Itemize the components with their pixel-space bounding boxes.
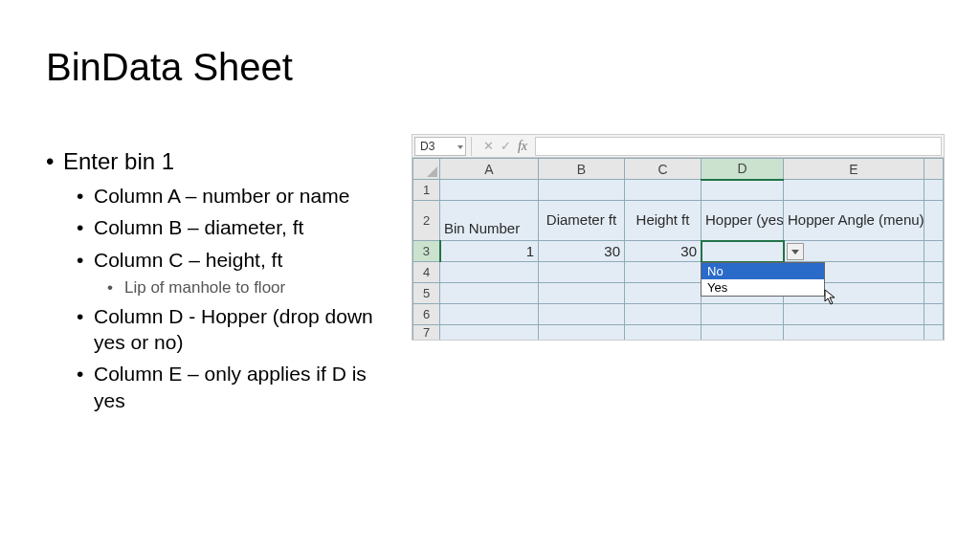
cell-a3[interactable]: 1 — [440, 241, 539, 262]
cell-a2[interactable]: Bin Number — [440, 201, 539, 241]
cell-value: 30 — [625, 241, 701, 261]
bullet-level2: •Column E – only applies if D is yes — [77, 361, 386, 413]
cell-value — [702, 250, 783, 253]
cell-c1[interactable] — [625, 180, 702, 201]
cell-value: 30 — [539, 241, 624, 261]
cell-e7[interactable] — [784, 325, 924, 341]
bullet-level3: •Lip of manhole to floor — [107, 278, 386, 298]
cell-a6[interactable] — [440, 304, 539, 325]
cell-e2[interactable]: Hopper Angle (menu) — [784, 201, 924, 241]
formula-bar[interactable] — [535, 137, 942, 156]
cell-value — [784, 250, 924, 253]
cell-c2[interactable]: Height ft — [625, 201, 702, 241]
fx-icon[interactable]: fx — [514, 137, 531, 156]
cell-e6[interactable] — [784, 304, 924, 325]
bullet-text: Column A – number or name — [94, 183, 349, 209]
cell-f2[interactable] — [924, 201, 944, 241]
bullet-text: Column C – height, ft — [94, 247, 282, 273]
cell-c4[interactable] — [625, 262, 702, 283]
cell-d1[interactable] — [702, 180, 784, 201]
col-header-c[interactable]: C — [625, 159, 702, 180]
bullet-text: Column B – diameter, ft — [94, 214, 303, 240]
bullet-text: Lip of manhole to floor — [124, 278, 285, 298]
cell-value: Hopper (yes/no) — [702, 210, 783, 231]
cell-d3[interactable]: No Yes — [702, 241, 784, 262]
cell-f7[interactable] — [924, 325, 944, 341]
cell-f5[interactable] — [924, 283, 944, 304]
col-header-d[interactable]: D — [702, 159, 784, 180]
cell-b3[interactable]: 30 — [539, 241, 625, 262]
cell-d6[interactable] — [702, 304, 784, 325]
cell-value: Height ft — [625, 210, 701, 231]
cell-a7[interactable] — [440, 325, 539, 341]
bullet-level2: •Column D - Hopper (drop down yes or no) — [77, 303, 386, 356]
cell-c5[interactable] — [625, 283, 702, 304]
bullet-level2: •Column B – diameter, ft — [77, 214, 386, 240]
slide-title: BinData Sheet — [46, 46, 293, 89]
dropdown-list: No Yes — [701, 262, 825, 297]
chevron-down-icon[interactable] — [457, 145, 463, 149]
cell-b6[interactable] — [539, 304, 625, 325]
cell-b1[interactable] — [539, 180, 625, 201]
cell-b7[interactable] — [539, 325, 625, 341]
enter-icon[interactable]: ✓ — [497, 137, 514, 156]
cell-f4[interactable] — [924, 262, 944, 283]
row-header-1[interactable]: 1 — [413, 180, 440, 201]
bullet-level2: •Column C – height, ft — [77, 247, 386, 273]
bullet-level1: •Enter bin 1 — [46, 148, 386, 175]
row-header-4[interactable]: 4 — [413, 262, 440, 283]
cell-value: Hopper Angle (menu) — [784, 210, 924, 231]
separator — [471, 137, 477, 156]
cell-c3[interactable]: 30 — [625, 241, 702, 262]
slide: BinData Sheet •Enter bin 1 •Column A – n… — [0, 0, 980, 551]
cancel-icon[interactable]: ✕ — [479, 137, 497, 156]
cell-f6[interactable] — [924, 304, 944, 325]
cell-value: 1 — [441, 241, 539, 261]
dropdown-handle[interactable] — [787, 243, 804, 260]
spreadsheet-grid: A B C D E 1 2 Bin Number Diameter ft — [412, 158, 944, 340]
cell-a4[interactable] — [440, 262, 539, 283]
bullet-level2: •Column A – number or name — [77, 183, 386, 209]
cell-f3[interactable] — [924, 241, 944, 262]
cell-e3[interactable] — [784, 241, 924, 262]
cell-value: Diameter ft — [539, 210, 624, 231]
name-box[interactable]: D3 — [414, 137, 466, 156]
cell-c6[interactable] — [625, 304, 702, 325]
cell-b5[interactable] — [539, 283, 625, 304]
col-header-a[interactable]: A — [440, 159, 539, 180]
cell-c7[interactable] — [625, 325, 702, 341]
bullet-text: Column D - Hopper (drop down yes or no) — [94, 303, 386, 356]
select-all-corner[interactable] — [413, 159, 440, 180]
bullet-text: Column E – only applies if D is yes — [94, 361, 386, 413]
bullet-text: Enter bin 1 — [63, 148, 174, 175]
cell-a1[interactable] — [440, 180, 539, 201]
name-box-value: D3 — [420, 140, 434, 153]
row-header-7[interactable]: 7 — [413, 325, 440, 341]
dropdown-option-yes[interactable]: Yes — [702, 279, 824, 296]
cell-d2[interactable]: Hopper (yes/no) — [702, 201, 784, 241]
excel-window: D3 ✕ ✓ fx A B C — [412, 134, 945, 341]
cell-e1[interactable] — [784, 180, 924, 201]
cell-b4[interactable] — [539, 262, 625, 283]
row-header-6[interactable]: 6 — [413, 304, 440, 325]
bullet-list: •Enter bin 1 •Column A – number or name … — [46, 148, 386, 419]
cell-a5[interactable] — [440, 283, 539, 304]
dropdown-option-no[interactable]: No — [702, 263, 824, 279]
col-header-f[interactable] — [924, 159, 944, 180]
cell-d7[interactable] — [702, 325, 784, 341]
row-header-5[interactable]: 5 — [413, 283, 440, 304]
row-header-2[interactable]: 2 — [413, 201, 440, 241]
cell-value: Bin Number — [440, 202, 538, 239]
row-header-3[interactable]: 3 — [413, 241, 440, 262]
cell-f1[interactable] — [924, 180, 944, 201]
col-header-e[interactable]: E — [784, 159, 924, 180]
formula-bar-row: D3 ✕ ✓ fx — [412, 135, 944, 158]
cell-b2[interactable]: Diameter ft — [539, 201, 625, 241]
col-header-b[interactable]: B — [539, 159, 625, 180]
